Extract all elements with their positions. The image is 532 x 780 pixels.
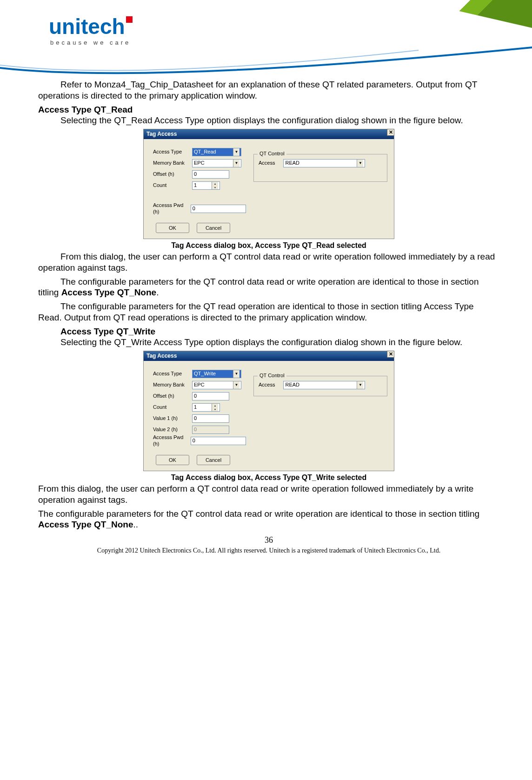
offset-label: Offset (h) (153, 393, 192, 400)
memory-bank-combo[interactable]: EPC ▼ (192, 381, 241, 389)
ok-button[interactable]: OK (156, 223, 189, 233)
access-type-label: Access Type (153, 149, 192, 155)
chevron-down-icon[interactable]: ▼ (233, 148, 239, 156)
value2-label: Value 2 (h) (153, 427, 192, 433)
corner-decoration (411, 0, 532, 28)
cancel-button[interactable]: Cancel (197, 455, 230, 465)
access-type-combo[interactable]: QT_Read ▼ (192, 148, 241, 156)
count-label: Count (153, 182, 192, 189)
paragraph: The configurable parameters for the QT r… (38, 301, 499, 323)
spin-up-icon[interactable]: ▲ (212, 182, 218, 186)
offset-label: Offset (h) (153, 171, 192, 178)
chevron-down-icon[interactable]: ▼ (357, 381, 363, 389)
chevron-down-icon[interactable]: ▼ (233, 370, 239, 378)
access-type-label: Access Type (153, 371, 192, 377)
dialog-title: Tag Access (146, 131, 177, 138)
dialog-titlebar: Tag Access ✕ (144, 351, 394, 361)
paragraph: From this dialog, the user can perform a… (38, 483, 499, 506)
value2-input: 0 (192, 426, 229, 434)
paragraph: Selecting the QT_Write Access Type optio… (38, 337, 499, 348)
memory-bank-label: Memory Bank (153, 382, 192, 388)
paragraph: Refer to Monza4_Tag_Chip_Datasheet for a… (38, 79, 499, 101)
section-heading: Access Type QT_Read (38, 104, 499, 115)
chevron-down-icon[interactable]: ▼ (357, 160, 363, 167)
cancel-button[interactable]: Cancel (197, 223, 230, 233)
section-heading: Access Type QT_Write (38, 326, 499, 337)
count-spinner[interactable]: 1 ▲▼ (192, 181, 220, 190)
figure-caption: Tag Access dialog box, Access Type QT_Wr… (38, 473, 499, 482)
dialog-titlebar: Tag Access ✕ (144, 129, 394, 139)
qt-control-fieldset: QT Control Access READ ▼ (253, 154, 387, 182)
offset-input[interactable]: 0 (192, 392, 229, 400)
page-number: 36 (38, 535, 499, 546)
offset-input[interactable]: 0 (192, 170, 229, 179)
spin-up-icon[interactable]: ▲ (212, 404, 218, 407)
spin-down-icon[interactable]: ▼ (212, 186, 218, 189)
count-spinner[interactable]: 1 ▲▼ (192, 403, 220, 412)
copyright-text: Copyright 2012 Unitech Electronics Co., … (38, 547, 499, 555)
access-pwd-label: Accesss Pwd (h) (153, 202, 191, 215)
brand-tagline: because we care (50, 39, 131, 46)
qt-access-label: Access (259, 382, 275, 388)
tag-access-dialog-read: Tag Access ✕ Access Type QT_Read ▼ Memor… (143, 129, 394, 239)
spin-down-icon[interactable]: ▼ (212, 407, 218, 411)
close-icon[interactable]: ✕ (387, 129, 394, 136)
value1-label: Value 1 (h) (153, 415, 192, 422)
qt-control-legend: QT Control (258, 151, 286, 157)
qt-access-label: Access (259, 160, 275, 167)
close-icon[interactable]: ✕ (387, 351, 394, 358)
paragraph: Selecting the QT_Read Access Type option… (38, 115, 499, 126)
qt-control-legend: QT Control (258, 373, 286, 379)
count-label: Count (153, 404, 192, 411)
dialog-title: Tag Access (146, 353, 177, 360)
swoosh-decoration (0, 47, 532, 79)
memory-bank-combo[interactable]: EPC ▼ (192, 159, 241, 167)
access-pwd-label: Accesss Pwd (h) (153, 434, 191, 447)
access-type-combo[interactable]: QT_Write ▼ (192, 370, 241, 378)
ok-button[interactable]: OK (156, 455, 189, 465)
value1-input[interactable]: 0 (192, 414, 229, 423)
main-content: Refer to Monza4_Tag_Chip_Datasheet for a… (0, 79, 532, 554)
access-pwd-input[interactable]: 0 (191, 205, 246, 213)
paragraph: The configurable parameters for the QT c… (38, 276, 499, 299)
access-pwd-input[interactable]: 0 (191, 437, 246, 445)
qt-access-combo[interactable]: READ ▼ (283, 381, 365, 389)
tag-access-dialog-write: Tag Access ✕ Access Type QT_Write ▼ Memo… (143, 351, 394, 471)
page-header: unitech because we care (0, 0, 532, 79)
qt-control-fieldset: QT Control Access READ ▼ (253, 376, 387, 396)
paragraph: From this dialog, the user can perform a… (38, 251, 499, 273)
chevron-down-icon[interactable]: ▼ (233, 381, 239, 389)
qt-access-combo[interactable]: READ ▼ (283, 159, 365, 167)
paragraph: The configurable parameters for the QT c… (38, 508, 499, 531)
memory-bank-label: Memory Bank (153, 160, 192, 167)
chevron-down-icon[interactable]: ▼ (233, 160, 239, 167)
figure-caption: Tag Access dialog box, Access Type QT_Re… (38, 241, 499, 250)
brand-logo: unitech (49, 14, 133, 39)
